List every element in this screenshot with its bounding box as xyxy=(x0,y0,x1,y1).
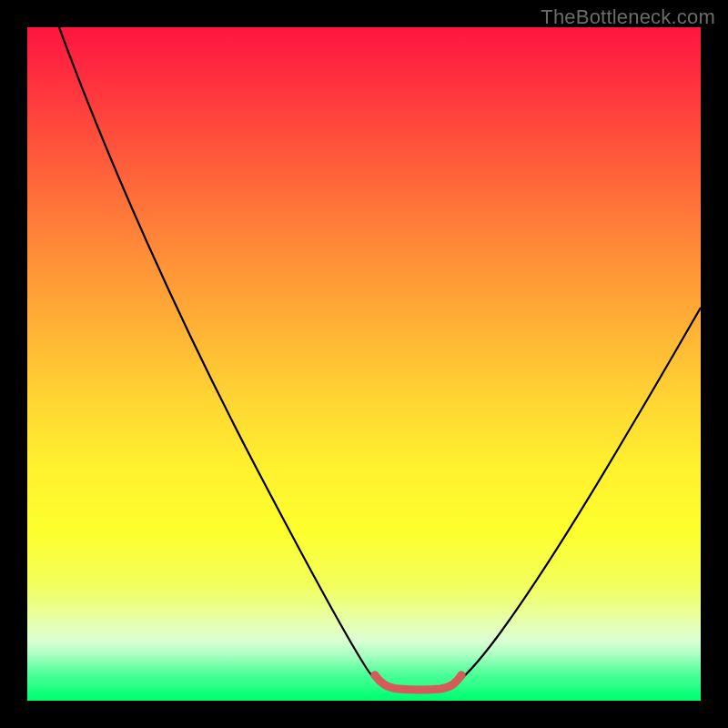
plot-area xyxy=(27,27,701,701)
highlight-dot xyxy=(371,672,379,680)
watermark-text: TheBottleneck.com xyxy=(541,5,715,29)
bottleneck-curve-left xyxy=(59,27,382,685)
curve-overlay xyxy=(27,27,701,701)
chart-frame: TheBottleneck.com xyxy=(0,0,728,728)
bottleneck-curve-right xyxy=(453,308,701,685)
highlight-dot xyxy=(458,672,466,680)
bottom-highlight-band xyxy=(375,675,461,690)
